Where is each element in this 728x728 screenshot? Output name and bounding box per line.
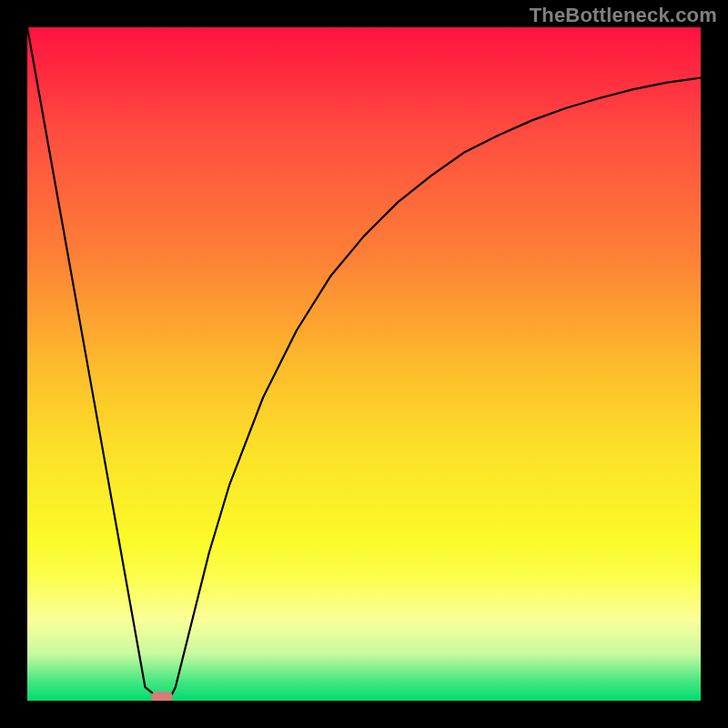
- frame-bottom: [0, 701, 728, 728]
- chart-stage: TheBottleneck.com: [0, 0, 728, 728]
- frame-right: [701, 0, 728, 728]
- watermark-text: TheBottleneck.com: [530, 4, 717, 27]
- frame-left: [0, 0, 27, 728]
- bottleneck-curve: [27, 27, 701, 701]
- plot-area: [27, 27, 701, 701]
- plot-svg: [27, 27, 701, 701]
